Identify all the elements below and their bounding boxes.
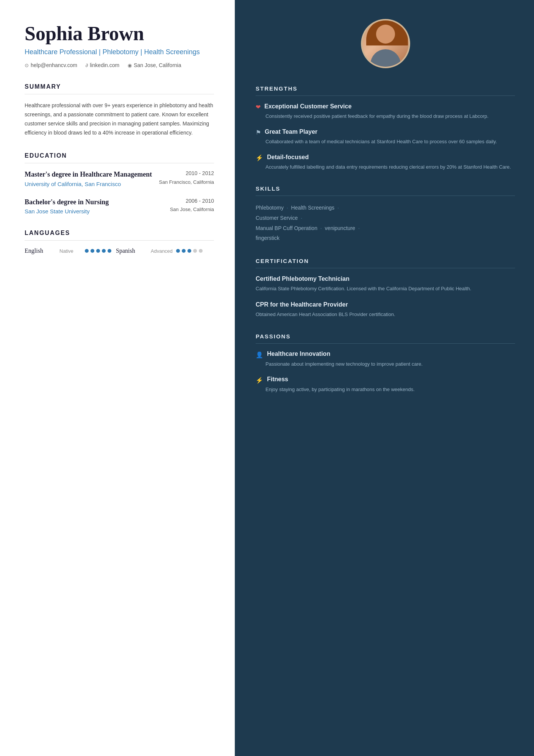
edu-row-1: Bachelor's degree in Nursing 2006 - 2010 bbox=[25, 198, 214, 207]
skills-divider bbox=[256, 196, 515, 196]
dot bbox=[199, 249, 203, 253]
education-section: EDUCATION Master's degree in Healthcare … bbox=[25, 152, 214, 214]
language-dots-1 bbox=[176, 249, 203, 253]
header-section: Sophia Brown Healthcare Professional | P… bbox=[25, 23, 214, 68]
language-row-0: English Native Spanish Advanced bbox=[25, 247, 214, 254]
strength-title-2: Detail-focused bbox=[267, 153, 309, 161]
skills-list: Phlebotomy · Health Screenings · Custome… bbox=[256, 203, 515, 243]
location-value: San Jose, California bbox=[134, 62, 181, 68]
edu-degree-1: Bachelor's degree in Nursing bbox=[25, 198, 109, 207]
location-contact: ◉ San Jose, California bbox=[128, 62, 181, 68]
language-name-0: English bbox=[25, 247, 55, 254]
dot bbox=[108, 249, 111, 253]
email-icon: ⊙ bbox=[25, 63, 29, 68]
passions-title: PASSIONS bbox=[256, 333, 515, 340]
cert-title-0: Certified Phlebotomy Technician bbox=[256, 275, 515, 283]
strength-item-0: ❤ Exceptional Customer Service Consisten… bbox=[256, 103, 515, 121]
skills-section: SKILLS Phlebotomy · Health Screenings · … bbox=[256, 185, 515, 243]
edu-row-0: Master's degree in Healthcare Management… bbox=[25, 170, 214, 179]
bolt-icon: ⚡ bbox=[256, 154, 263, 161]
passion-header-1: ⚡ Fitness bbox=[256, 376, 515, 384]
dot bbox=[193, 249, 197, 253]
passion-title-0: Healthcare Innovation bbox=[267, 351, 330, 357]
edu-school-1: San Jose State University bbox=[25, 208, 90, 214]
skill-sep: · bbox=[357, 225, 360, 231]
avatar-image bbox=[362, 19, 409, 68]
skill-3: Manual BP Cuff Operation bbox=[256, 225, 317, 231]
skills-title: SKILLS bbox=[256, 185, 515, 192]
candidate-name: Sophia Brown bbox=[25, 23, 214, 44]
cert-desc-1: Obtained American Heart Association BLS … bbox=[256, 311, 515, 319]
strength-title-1: Great Team Player bbox=[265, 128, 317, 136]
passions-section: PASSIONS 👤 Healthcare Innovation Passion… bbox=[256, 333, 515, 394]
cert-title-1: CPR for the Healthcare Provider bbox=[256, 301, 515, 309]
candidate-title: Healthcare Professional | Phlebotomy | H… bbox=[25, 48, 214, 56]
linkedin-value: linkedin.com bbox=[90, 62, 119, 68]
summary-section: SUMMARY Healthcare professional with ove… bbox=[25, 83, 214, 137]
strength-desc-0: Consistently received positive patient f… bbox=[256, 113, 515, 121]
strength-desc-1: Collaborated with a team of medical tech… bbox=[256, 138, 515, 146]
strength-desc-2: Accurately fulfilled labelling and data … bbox=[256, 163, 515, 171]
edu-entry-0: Master's degree in Healthcare Management… bbox=[25, 170, 214, 187]
education-divider bbox=[25, 163, 214, 163]
languages-divider bbox=[25, 240, 214, 241]
email-contact: ⊙ help@enhancv.com bbox=[25, 62, 77, 68]
avatar-container bbox=[256, 19, 515, 68]
email-value: help@enhancv.com bbox=[31, 62, 77, 68]
summary-text: Healthcare professional with over 9+ yea… bbox=[25, 101, 214, 137]
edu-entry-1: Bachelor's degree in Nursing 2006 - 2010… bbox=[25, 198, 214, 214]
left-column: Sophia Brown Healthcare Professional | P… bbox=[0, 0, 235, 756]
summary-title: SUMMARY bbox=[25, 83, 214, 90]
skill-sep: · bbox=[285, 205, 290, 211]
certification-section: CERTIFICATION Certified Phlebotomy Techn… bbox=[256, 258, 515, 319]
language-level-1: Advanced bbox=[151, 248, 172, 254]
strengths-divider bbox=[256, 95, 515, 96]
heart-icon: ❤ bbox=[256, 103, 261, 111]
passion-desc-0: Passionate about implementing new techno… bbox=[256, 360, 515, 368]
avatar bbox=[361, 19, 410, 68]
edu-years-1: 2006 - 2010 bbox=[186, 198, 214, 204]
linkedin-icon: ∂ bbox=[86, 63, 88, 68]
summary-divider bbox=[25, 94, 214, 94]
dot bbox=[91, 249, 94, 253]
passion-desc-1: Enjoy staying active, by participating i… bbox=[256, 386, 515, 394]
strength-item-2: ⚡ Detail-focused Accurately fulfilled la… bbox=[256, 153, 515, 171]
contact-line: ⊙ help@enhancv.com ∂ linkedin.com ◉ San … bbox=[25, 62, 214, 68]
languages-title: LANGUAGES bbox=[25, 230, 214, 236]
strength-item-1: ⚑ Great Team Player Collaborated with a … bbox=[256, 128, 515, 146]
edu-school-row-1: San Jose State University San Jose, Cali… bbox=[25, 207, 214, 214]
avatar-face bbox=[376, 25, 395, 44]
flag-icon: ⚑ bbox=[256, 129, 261, 136]
strengths-title: STRENGTHS bbox=[256, 85, 515, 92]
people-icon: 👤 bbox=[256, 351, 263, 358]
dot bbox=[85, 249, 89, 253]
skill-0: Phlebotomy bbox=[256, 205, 284, 211]
skill-sep: · bbox=[299, 215, 302, 221]
cert-item-0: Certified Phlebotomy Technician Californ… bbox=[256, 275, 515, 293]
edu-location-1: San Jose, California bbox=[170, 207, 214, 212]
bolt-icon-passion: ⚡ bbox=[256, 377, 263, 384]
location-icon: ◉ bbox=[128, 63, 132, 68]
edu-years-0: 2010 - 2012 bbox=[186, 170, 214, 176]
strengths-section: STRENGTHS ❤ Exceptional Customer Service… bbox=[256, 85, 515, 171]
avatar-body bbox=[370, 49, 401, 68]
dot bbox=[176, 249, 180, 253]
strength-header-2: ⚡ Detail-focused bbox=[256, 153, 515, 161]
strength-title-0: Exceptional Customer Service bbox=[264, 103, 351, 111]
edu-degree-0: Master's degree in Healthcare Management bbox=[25, 170, 152, 179]
skill-sep: · bbox=[336, 205, 339, 211]
certification-title: CERTIFICATION bbox=[256, 258, 515, 264]
dot bbox=[102, 249, 106, 253]
dot bbox=[187, 249, 191, 253]
language-level-0: Native bbox=[59, 248, 80, 254]
dot bbox=[182, 249, 186, 253]
edu-location-0: San Francisco, California bbox=[159, 179, 214, 185]
cert-desc-0: California State Phlebotomy Certificatio… bbox=[256, 285, 515, 293]
right-column: STRENGTHS ❤ Exceptional Customer Service… bbox=[235, 0, 534, 756]
strength-header-0: ❤ Exceptional Customer Service bbox=[256, 103, 515, 111]
passion-header-0: 👤 Healthcare Innovation bbox=[256, 351, 515, 358]
skill-sep: · bbox=[319, 225, 323, 231]
language-dots-0 bbox=[85, 249, 111, 253]
strength-header-1: ⚑ Great Team Player bbox=[256, 128, 515, 136]
resume-container: Sophia Brown Healthcare Professional | P… bbox=[0, 0, 534, 756]
